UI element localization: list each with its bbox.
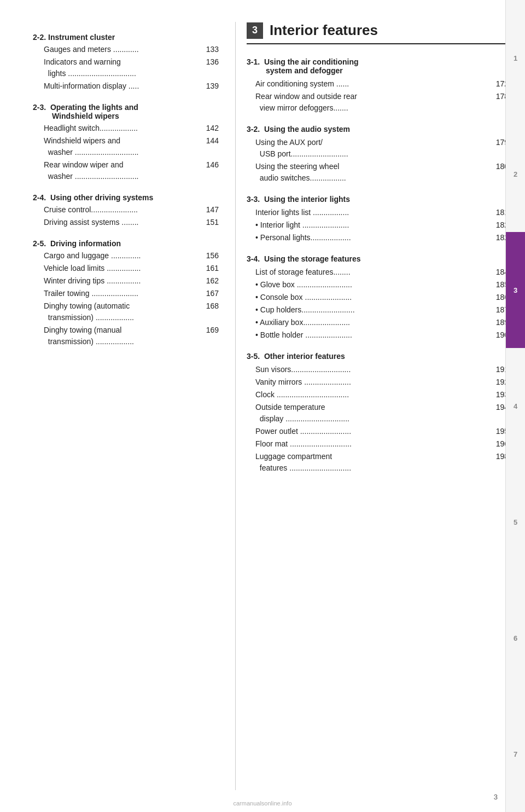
section-3-2-header: 3-2. Using the audio system (247, 125, 509, 134)
chapter-header: 3 Interior features (247, 22, 509, 44)
r-toc-entry: • Console box ...................... 186 (247, 292, 509, 303)
toc-entry-page: 142 (197, 123, 219, 134)
section-2-5: 2-5. Driving information Cargo and lugga… (33, 239, 219, 347)
toc-entry: Dinghy towing (automatic transmission) .… (33, 300, 219, 323)
side-tab-5[interactable]: 5 (505, 464, 525, 580)
toc-entry-page: 151 (197, 217, 219, 228)
toc-entry-page: 169 (197, 324, 219, 347)
r-toc-entry-text: • Cup holders......................... (255, 304, 487, 316)
toc-entry-page: 161 (197, 263, 219, 274)
r-toc-entry-text: Rear window and outside rear view mirror… (255, 91, 487, 114)
toc-entry-page: 133 (197, 44, 219, 55)
r-toc-entry: • Personal lights................... 182 (247, 232, 509, 243)
toc-entry: Gauges and meters ............ 133 (33, 44, 219, 55)
r-toc-entry: Vanity mirrors ...................... 19… (247, 376, 509, 388)
toc-entry: Driving assist systems ........ 151 (33, 217, 219, 228)
r-toc-entry-text: Luggage compartment features ...........… (255, 451, 487, 474)
toc-entry-text: Windshield wipers and washer ...........… (44, 135, 197, 158)
r-toc-entry-text: Interior lights list ................. (255, 207, 487, 218)
section-3-3: 3-3. Using the interior lights Interior … (247, 195, 509, 243)
section-3-4: 3-4. Using the storage features List of … (247, 254, 509, 341)
r-toc-entry-text: List of storage features........ (255, 266, 487, 278)
toc-entry-text: Dinghy towing (manual transmission) ....… (44, 324, 197, 347)
r-toc-entry: Luggage compartment features ...........… (247, 451, 509, 474)
toc-entry: Rear window wiper and washer ...........… (33, 159, 219, 182)
toc-entry-page: 139 (197, 80, 219, 92)
toc-entry: Cargo and luggage .............. 156 (33, 250, 219, 262)
toc-entry-text: Winter driving tips ................ (44, 275, 197, 287)
toc-entry-text: Driving assist systems ........ (44, 217, 197, 228)
r-toc-entry: Power outlet ........................ 19… (247, 426, 509, 437)
side-tab-7[interactable]: 7 (505, 696, 525, 812)
r-toc-entry-text: • Interior light ...................... (255, 219, 487, 231)
left-column: 2-2. Instrument cluster Gauges and meter… (0, 0, 235, 812)
section-2-3: 2-3. Operating the lights and Windshield… (33, 103, 219, 182)
toc-entry-page: 168 (197, 300, 219, 323)
page-number: 3 (494, 793, 498, 801)
r-toc-entry: • Glove box .......................... 1… (247, 279, 509, 291)
side-tab-6[interactable]: 6 (505, 580, 525, 696)
toc-entry: Dinghy towing (manual transmission) ....… (33, 324, 219, 347)
r-toc-entry-text: Floor mat ............................. (255, 438, 487, 450)
r-toc-entry-text: • Auxiliary box...................... (255, 317, 487, 328)
toc-entry-text: Multi-information display ..... (44, 80, 197, 92)
toc-entry-page: 156 (197, 250, 219, 262)
r-toc-entry-text: Outside temperature display ............… (255, 402, 487, 425)
toc-entry: Headlight switch.................. 142 (33, 123, 219, 134)
toc-entry-text: Cruise control...................... (44, 204, 197, 216)
section-2-4-header: 2-4. Using other driving systems (33, 193, 219, 202)
side-tab-1[interactable]: 1 (505, 0, 525, 116)
toc-entry-page: 136 (197, 56, 219, 79)
r-toc-entry: Interior lights list ................. 1… (247, 207, 509, 218)
chapter-number-box: 3 (247, 22, 263, 39)
r-toc-entry: Rear window and outside rear view mirror… (247, 91, 509, 114)
r-toc-entry: Using the steering wheel audio switches.… (247, 161, 509, 184)
section-3-2: 3-2. Using the audio system Using the AU… (247, 125, 509, 184)
r-toc-entry: Outside temperature display ............… (247, 402, 509, 425)
section-2-4: 2-4. Using other driving systems Cruise … (33, 193, 219, 228)
r-toc-entry: • Auxiliary box...................... 18… (247, 317, 509, 328)
section-3-1-header: 3-1. Using the air conditioning system a… (247, 57, 509, 75)
side-tab-2[interactable]: 2 (505, 116, 525, 232)
toc-entry: Vehicle load limits ................ 161 (33, 263, 219, 274)
section-3-1: 3-1. Using the air conditioning system a… (247, 57, 509, 114)
toc-entry-text: Rear window wiper and washer ...........… (44, 159, 197, 182)
toc-entry: Multi-information display ..... 139 (33, 80, 219, 92)
toc-entry: Windshield wipers and washer ...........… (33, 135, 219, 158)
toc-entry-text: Cargo and luggage .............. (44, 250, 197, 262)
section-2-2: 2-2. Instrument cluster Gauges and meter… (33, 33, 219, 92)
r-toc-entry-text: Using the AUX port/ USB port............… (255, 137, 487, 160)
page-container: 2-2. Instrument cluster Gauges and meter… (0, 0, 525, 812)
side-tabs: 1 2 3 4 5 6 7 (505, 0, 525, 812)
section-2-2-header: 2-2. Instrument cluster (33, 33, 219, 42)
r-toc-entry: Using the AUX port/ USB port............… (247, 137, 509, 160)
r-toc-entry-text: Clock .................................. (255, 389, 487, 401)
r-toc-entry-text: Vanity mirrors ...................... (255, 376, 487, 388)
r-toc-entry: Sun visors............................ 1… (247, 364, 509, 375)
section-3-5: 3-5. Other interior features Sun visors.… (247, 352, 509, 474)
r-toc-entry: • Bottle holder ...................... 1… (247, 329, 509, 341)
section-2-3-header: 2-3. Operating the lights and Windshield… (33, 103, 219, 120)
toc-entry-text: Gauges and meters ............ (44, 44, 197, 55)
section-2-5-header: 2-5. Driving information (33, 239, 219, 248)
toc-entry: Winter driving tips ................ 162 (33, 275, 219, 287)
toc-entry-text: Trailer towing ...................... (44, 288, 197, 299)
toc-entry-page: 167 (197, 288, 219, 299)
toc-entry: Cruise control...................... 147 (33, 204, 219, 216)
toc-entry: Trailer towing ...................... 16… (33, 288, 219, 299)
toc-entry-text: Vehicle load limits ................ (44, 263, 197, 274)
r-toc-entry: Clock ..................................… (247, 389, 509, 401)
r-toc-entry: • Cup holders......................... 1… (247, 304, 509, 316)
watermark: carmanualsonline.info (233, 800, 291, 807)
side-tab-3[interactable]: 3 (505, 232, 525, 348)
toc-entry-text: Headlight switch.................. (44, 123, 197, 134)
r-toc-entry-text: • Bottle holder ...................... (255, 329, 487, 341)
toc-entry-text: Dinghy towing (automatic transmission) .… (44, 300, 197, 323)
r-toc-entry: Air conditioning system ...... 172 (247, 78, 509, 90)
chapter-title: Interior features (270, 22, 378, 39)
r-toc-entry-text: • Glove box .......................... (255, 279, 487, 291)
section-3-5-header: 3-5. Other interior features (247, 352, 509, 361)
right-column: 3 Interior features 3-1. Using the air c… (236, 0, 525, 812)
side-tab-4[interactable]: 4 (505, 348, 525, 464)
r-toc-entry-text: • Console box ...................... (255, 292, 487, 303)
